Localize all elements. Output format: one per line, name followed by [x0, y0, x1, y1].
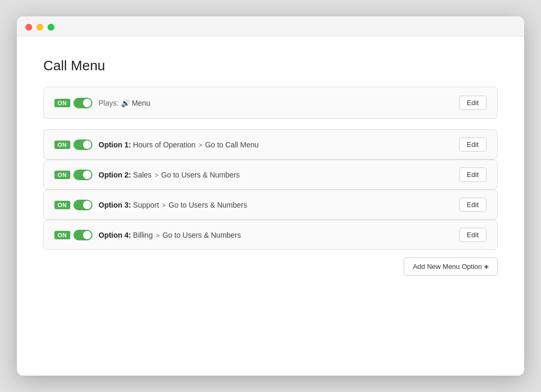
plus-icon: +	[484, 262, 489, 271]
option-2-text: Option 2: Sales > Go to Users & Numbers	[99, 171, 240, 179]
option-3-left: ON Option 3: Support > Go to Users & Num…	[54, 200, 247, 210]
option-3-description: Support	[133, 201, 159, 209]
option-2-edit-button[interactable]: Edit	[459, 167, 487, 182]
page-content: Call Menu ON Plays: 🔊 Menu Edit	[17, 36, 524, 297]
plays-text: Plays: 🔊 Menu	[99, 99, 151, 107]
option-4-toggle-label[interactable]: ON	[54, 231, 70, 239]
add-button-label: Add New Menu Option	[413, 263, 482, 270]
option-card-2: ON Option 2: Sales > Go to Users & Numbe…	[43, 160, 498, 190]
option-2-toggle-container: ON	[54, 170, 92, 180]
main-edit-button[interactable]: Edit	[459, 96, 487, 110]
option-1-chevron: >	[199, 142, 204, 149]
option-4-action: Go to Users & Numbers	[162, 231, 241, 239]
option-1-edit-button[interactable]: Edit	[459, 137, 487, 152]
option-3-toggle-track[interactable]	[73, 200, 92, 210]
option-3-toggle-label[interactable]: ON	[54, 201, 70, 209]
minimize-button[interactable]	[36, 24, 43, 31]
app-window: Call Menu ON Plays: 🔊 Menu Edit	[17, 16, 524, 376]
option-2-toggle-track[interactable]	[73, 170, 92, 180]
option-3-edit-button[interactable]: Edit	[459, 198, 487, 212]
close-button[interactable]	[25, 24, 32, 31]
option-3-chevron: >	[162, 202, 167, 209]
option-1-label: Option 1:	[99, 141, 131, 149]
page-title: Call Menu	[43, 58, 498, 74]
main-card-left: ON Plays: 🔊 Menu	[54, 98, 150, 108]
option-2-left: ON Option 2: Sales > Go to Users & Numbe…	[54, 170, 240, 180]
options-container: ON Option 1: Hours of Operation > Go to …	[43, 129, 498, 250]
title-bar	[17, 16, 524, 36]
options-list: ON Option 1: Hours of Operation > Go to …	[43, 129, 498, 250]
option-3-toggle-container: ON	[54, 200, 92, 210]
option-1-action: Go to Call Menu	[205, 141, 258, 149]
bottom-actions: Add New Menu Option+	[43, 257, 498, 276]
option-3-label: Option 3:	[99, 201, 131, 209]
option-1-text: Option 1: Hours of Operation > Go to Cal…	[99, 141, 259, 149]
add-menu-option-button[interactable]: Add New Menu Option+	[404, 257, 498, 276]
option-4-toggle-track[interactable]	[73, 230, 92, 240]
audio-icon: 🔊	[121, 99, 130, 107]
option-1-toggle-track[interactable]	[73, 139, 92, 150]
option-4-edit-button[interactable]: Edit	[459, 228, 487, 242]
option-2-toggle-label[interactable]: ON	[54, 171, 70, 179]
option-1-toggle-label[interactable]: ON	[54, 141, 70, 149]
plays-label: Plays:	[99, 99, 119, 107]
option-card-3: ON Option 3: Support > Go to Users & Num…	[43, 190, 498, 220]
option-4-description: Billing	[133, 231, 153, 239]
main-toggle-track[interactable]	[73, 98, 92, 108]
option-1-toggle-container: ON	[54, 139, 92, 150]
option-2-chevron: >	[155, 172, 160, 179]
audio-name: Menu	[132, 99, 150, 107]
option-1-left: ON Option 1: Hours of Operation > Go to …	[54, 139, 259, 150]
option-3-action: Go to Users & Numbers	[169, 201, 247, 209]
maximize-button[interactable]	[48, 24, 54, 31]
option-4-label: Option 4:	[99, 231, 131, 239]
option-4-chevron: >	[156, 232, 161, 239]
option-2-description: Sales	[133, 171, 152, 179]
option-2-label: Option 2:	[99, 171, 131, 179]
main-plays-card: ON Plays: 🔊 Menu Edit	[43, 87, 498, 119]
main-toggle-container: ON	[54, 98, 92, 108]
option-card-1: ON Option 1: Hours of Operation > Go to …	[43, 129, 498, 160]
main-toggle-on-label[interactable]: ON	[54, 99, 70, 107]
option-2-action: Go to Users & Numbers	[161, 171, 240, 179]
option-4-toggle-container: ON	[54, 230, 92, 240]
option-card-4: ON Option 4: Billing > Go to Users & Num…	[43, 220, 498, 250]
option-4-text: Option 4: Billing > Go to Users & Number…	[99, 231, 241, 239]
option-1-description: Hours of Operation	[133, 141, 195, 149]
option-4-left: ON Option 4: Billing > Go to Users & Num…	[54, 230, 241, 240]
traffic-lights	[25, 24, 54, 31]
option-3-text: Option 3: Support > Go to Users & Number…	[99, 201, 247, 209]
